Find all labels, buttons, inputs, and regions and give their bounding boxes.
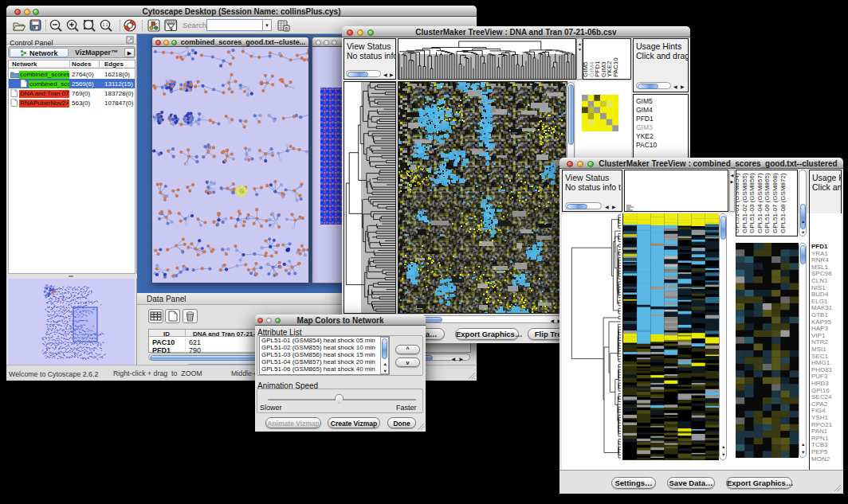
- svg-text:B: B: [285, 26, 289, 31]
- svg-text:1:1: 1:1: [103, 22, 108, 27]
